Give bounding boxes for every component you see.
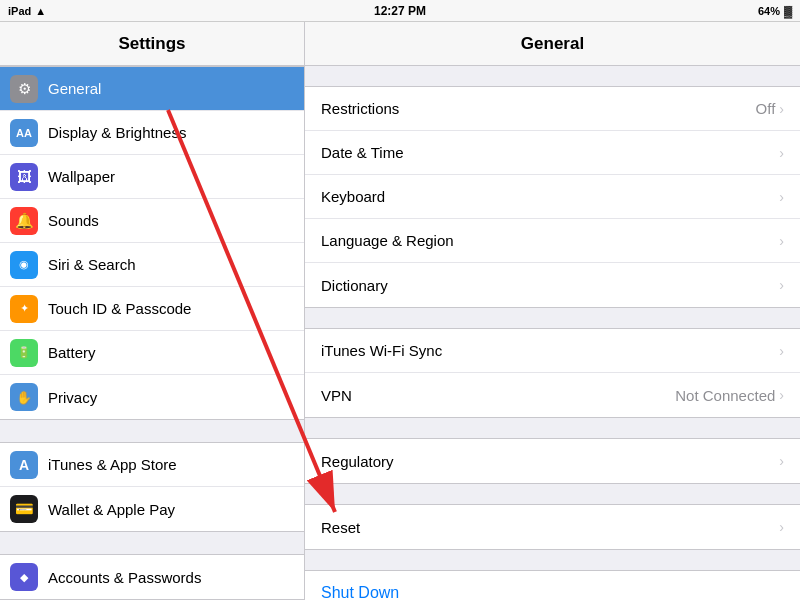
restrictions-chevron: ›	[779, 101, 784, 117]
keyboard-chevron: ›	[779, 189, 784, 205]
vpn-label: VPN	[321, 387, 675, 404]
sidebar-item-siri[interactable]: ◉ Siri & Search	[0, 243, 304, 287]
group-spacer-0	[305, 66, 800, 86]
sidebar-separator-2	[0, 532, 304, 554]
touchid-label: Touch ID & Passcode	[48, 300, 294, 317]
sidebar-group-3: ◆ Accounts & Passwords	[0, 554, 304, 600]
settings-item-itunes-sync[interactable]: iTunes Wi-Fi Sync ›	[305, 329, 800, 373]
sidebar-item-sounds[interactable]: 🔔 Sounds	[0, 199, 304, 243]
settings-item-dictionary[interactable]: Dictionary ›	[305, 263, 800, 307]
sidebar-item-wallet[interactable]: 💳 Wallet & Apple Pay	[0, 487, 304, 531]
reset-label: Reset	[321, 519, 779, 536]
battery-icon: ▓	[784, 5, 792, 17]
sidebar-group-1: ⚙ General AA Display & Brightness 🖼 Wall…	[0, 66, 304, 420]
datetime-chevron: ›	[779, 145, 784, 161]
settings-item-datetime[interactable]: Date & Time ›	[305, 131, 800, 175]
shutdown-button[interactable]: Shut Down	[305, 571, 800, 600]
carrier-label: iPad	[8, 5, 31, 17]
vpn-value: Not Connected	[675, 387, 775, 404]
wallpaper-icon: 🖼	[10, 163, 38, 191]
settings-group-3: Regulatory ›	[305, 438, 800, 484]
settings-item-language[interactable]: Language & Region ›	[305, 219, 800, 263]
sidebar: Settings ⚙ General AA Display & Brightne…	[0, 22, 305, 600]
display-icon: AA	[10, 119, 38, 147]
restrictions-label: Restrictions	[321, 100, 756, 117]
siri-icon: ◉	[10, 251, 38, 279]
status-right: 64% ▓	[758, 5, 792, 17]
restrictions-value: Off	[756, 100, 776, 117]
wallpaper-label: Wallpaper	[48, 168, 294, 185]
display-label: Display & Brightness	[48, 124, 294, 141]
sounds-label: Sounds	[48, 212, 294, 229]
itunes-sync-chevron: ›	[779, 343, 784, 359]
language-chevron: ›	[779, 233, 784, 249]
main-container: Settings ⚙ General AA Display & Brightne…	[0, 22, 800, 600]
dictionary-label: Dictionary	[321, 277, 779, 294]
main-header: General	[305, 22, 800, 66]
settings-group-shutdown: Shut Down	[305, 570, 800, 600]
status-bar: iPad ▲ 12:27 PM 64% ▓	[0, 0, 800, 22]
datetime-label: Date & Time	[321, 144, 779, 161]
settings-item-vpn[interactable]: VPN Not Connected ›	[305, 373, 800, 417]
settings-item-restrictions[interactable]: Restrictions Off ›	[305, 87, 800, 131]
wallet-label: Wallet & Apple Pay	[48, 501, 294, 518]
sidebar-item-privacy[interactable]: ✋ Privacy	[0, 375, 304, 419]
general-icon: ⚙	[10, 75, 38, 103]
regulatory-chevron: ›	[779, 453, 784, 469]
accounts-label: Accounts & Passwords	[48, 569, 294, 586]
status-time: 12:27 PM	[374, 4, 426, 18]
battery-item-icon: 🔋	[10, 339, 38, 367]
sidebar-item-wallpaper[interactable]: 🖼 Wallpaper	[0, 155, 304, 199]
touchid-icon: ✦	[10, 295, 38, 323]
wifi-icon: ▲	[35, 5, 46, 17]
sidebar-title: Settings	[118, 34, 185, 54]
settings-content: Restrictions Off › Date & Time › Keyboar…	[305, 66, 800, 600]
sidebar-group-2: A iTunes & App Store 💳 Wallet & Apple Pa…	[0, 442, 304, 532]
sidebar-header: Settings	[0, 22, 304, 66]
sidebar-item-touchid[interactable]: ✦ Touch ID & Passcode	[0, 287, 304, 331]
general-label: General	[48, 80, 294, 97]
status-left: iPad ▲	[8, 5, 46, 17]
sidebar-item-display[interactable]: AA Display & Brightness	[0, 111, 304, 155]
main-content: General Restrictions Off › Date & Time ›…	[305, 22, 800, 600]
shutdown-label: Shut Down	[321, 584, 399, 600]
settings-group-1: Restrictions Off › Date & Time › Keyboar…	[305, 86, 800, 308]
sidebar-item-accounts[interactable]: ◆ Accounts & Passwords	[0, 555, 304, 599]
settings-group-2: iTunes Wi-Fi Sync › VPN Not Connected ›	[305, 328, 800, 418]
sounds-icon: 🔔	[10, 207, 38, 235]
accounts-icon: ◆	[10, 563, 38, 591]
settings-item-keyboard[interactable]: Keyboard ›	[305, 175, 800, 219]
sidebar-item-general[interactable]: ⚙ General	[0, 67, 304, 111]
vpn-chevron: ›	[779, 387, 784, 403]
privacy-label: Privacy	[48, 389, 294, 406]
dictionary-chevron: ›	[779, 277, 784, 293]
itunes-sync-label: iTunes Wi-Fi Sync	[321, 342, 779, 359]
wallet-icon: 💳	[10, 495, 38, 523]
main-title: General	[521, 34, 584, 54]
battery-label: 64%	[758, 5, 780, 17]
settings-item-regulatory[interactable]: Regulatory ›	[305, 439, 800, 483]
keyboard-label: Keyboard	[321, 188, 779, 205]
battery-label-item: Battery	[48, 344, 294, 361]
sidebar-item-battery[interactable]: 🔋 Battery	[0, 331, 304, 375]
settings-group-4: Reset ›	[305, 504, 800, 550]
itunes-label: iTunes & App Store	[48, 456, 294, 473]
reset-chevron: ›	[779, 519, 784, 535]
settings-item-reset[interactable]: Reset ›	[305, 505, 800, 549]
sidebar-item-itunes[interactable]: A iTunes & App Store	[0, 443, 304, 487]
privacy-icon: ✋	[10, 383, 38, 411]
itunes-icon: A	[10, 451, 38, 479]
regulatory-label: Regulatory	[321, 453, 779, 470]
sidebar-separator-1	[0, 420, 304, 442]
siri-label: Siri & Search	[48, 256, 294, 273]
language-label: Language & Region	[321, 232, 779, 249]
